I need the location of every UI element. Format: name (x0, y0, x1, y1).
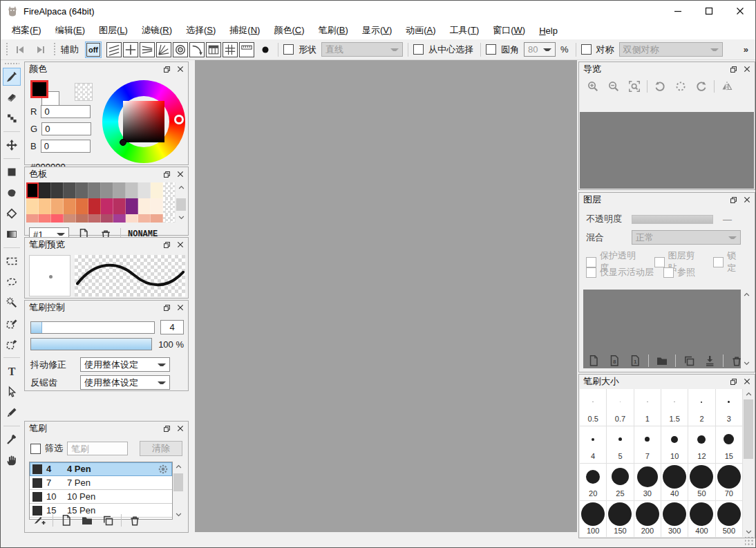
palette-swatch[interactable] (163, 198, 176, 214)
palette-swatch[interactable] (51, 214, 64, 223)
palette-swatch[interactable] (113, 182, 126, 198)
brush-size-cell[interactable]: 10 (661, 426, 688, 463)
antialias-dropdown[interactable]: 使用整体设定 (80, 375, 170, 390)
scroll-down-icon[interactable] (176, 212, 187, 223)
add-brush-button[interactable] (32, 513, 47, 528)
folder-button[interactable] (79, 513, 95, 528)
assist-curve-button[interactable] (189, 42, 205, 57)
toolstrip-grip[interactable] (4, 62, 19, 65)
layer-option[interactable]: 参照 (663, 266, 695, 278)
maximize-button[interactable] (693, 1, 724, 21)
close-panel-icon[interactable] (176, 240, 185, 249)
r-input[interactable] (41, 105, 91, 118)
layer-option[interactable]: 锁定 (713, 249, 745, 274)
new-doc-button[interactable] (586, 353, 601, 368)
correction-dropdown[interactable]: 使用整体设定 (80, 357, 170, 372)
zoom-in-button[interactable] (585, 78, 601, 95)
next-canvas-button[interactable] (32, 41, 50, 58)
window-resize-grip[interactable] (745, 537, 754, 546)
palette-swatch[interactable] (51, 198, 64, 214)
close-panel-icon[interactable] (176, 169, 185, 179)
minimize-button[interactable] (662, 1, 693, 21)
saturation-value-square[interactable] (123, 101, 164, 142)
rotate-left-button[interactable] (652, 78, 668, 95)
gradient-tool[interactable] (3, 225, 21, 243)
float-panel-icon[interactable] (162, 424, 171, 433)
canvas[interactable] (195, 60, 577, 532)
color-wheel[interactable] (102, 80, 185, 163)
menu-item-s[interactable]: 选择(S) (179, 22, 223, 39)
toolbar-grip[interactable] (53, 43, 56, 57)
palette-swatch[interactable] (138, 182, 151, 198)
navigator-preview[interactable] (580, 112, 754, 189)
g-input[interactable] (41, 122, 91, 135)
palette-swatch[interactable] (151, 214, 163, 223)
new-doc-button[interactable] (59, 513, 74, 528)
bucket-tool[interactable] (3, 205, 21, 223)
filter-checkbox[interactable] (30, 444, 41, 454)
move-tool[interactable] (3, 136, 21, 154)
close-button[interactable] (724, 1, 755, 21)
palette-swatch[interactable] (64, 214, 76, 223)
blend-dropdown[interactable]: 正常 (632, 230, 741, 245)
symmetry-type-dropdown[interactable]: 双侧对称 (619, 42, 723, 57)
shape-type-dropdown[interactable]: 直线 (321, 42, 403, 57)
brush-list-scrollbar[interactable] (173, 462, 184, 520)
sv-marker[interactable] (120, 139, 126, 146)
hue-marker[interactable] (174, 115, 184, 124)
brush-opacity-slider[interactable] (30, 338, 152, 350)
palette-swatch[interactable] (39, 182, 51, 198)
opacity-slider[interactable] (632, 215, 713, 224)
eyedropper-tool[interactable] (3, 431, 21, 448)
layer-panel-titlebar[interactable]: 图层 (579, 193, 755, 207)
hand-tool[interactable] (3, 451, 21, 469)
assist-concentric-circles-button[interactable] (173, 42, 188, 57)
rotate-right-button[interactable] (693, 78, 710, 95)
brush-size-cell[interactable]: 50 (688, 464, 715, 500)
brush-size-cell[interactable]: 2 (688, 389, 715, 426)
menu-item-r[interactable]: 滤镜(R) (135, 22, 179, 39)
palette-swatch[interactable] (126, 182, 138, 198)
menu-item-c[interactable]: 颜色(C) (267, 22, 311, 39)
palette-swatch[interactable] (88, 182, 101, 198)
brush-size-slider[interactable] (30, 321, 155, 334)
brush-size-cell[interactable]: 300 (661, 501, 688, 537)
duplicate-button[interactable] (100, 513, 115, 528)
palette-swatch[interactable] (26, 198, 39, 214)
duplicate-button[interactable] (681, 353, 697, 368)
palette-swatch[interactable] (138, 214, 151, 223)
select-lasso-tool[interactable] (3, 273, 21, 291)
menu-item-n[interactable]: 捕捉(N) (223, 22, 267, 39)
prev-canvas-button[interactable] (11, 41, 29, 58)
brush-size-cell[interactable]: 400 (688, 501, 715, 537)
rotate-reset-button[interactable] (672, 78, 689, 95)
merge-down-button[interactable] (702, 353, 717, 368)
eraser-tool[interactable] (3, 88, 21, 106)
brush-list-item[interactable]: 44 Pen (30, 462, 172, 476)
shape-checkbox[interactable] (283, 44, 294, 55)
zoom-fit-button[interactable] (626, 78, 643, 95)
palette-swatch[interactable] (64, 198, 76, 214)
palette-swatch[interactable] (76, 198, 88, 214)
select-rect-tool[interactable] (3, 252, 21, 270)
round-corner-dropdown[interactable]: 80 (524, 42, 556, 57)
checkbox[interactable] (663, 267, 674, 278)
menu-item-w[interactable]: 窗口(W) (486, 22, 532, 39)
palette-swatch[interactable] (88, 198, 101, 214)
checkbox[interactable] (713, 257, 724, 267)
menu-item-h[interactable]: Help (532, 23, 565, 38)
brush-size-cell[interactable]: 5 (607, 426, 633, 463)
pen-tool[interactable] (3, 404, 21, 422)
fill-rect-tool[interactable] (3, 163, 21, 181)
blur-tool[interactable] (3, 184, 21, 202)
brush-settings-gear-icon[interactable] (157, 463, 169, 475)
dither-tool[interactable] (3, 109, 21, 127)
brush-tool[interactable] (3, 68, 21, 86)
foreground-color-swatch[interactable] (30, 80, 48, 98)
float-panel-icon[interactable] (728, 195, 738, 205)
assist-radial-lines-button[interactable] (156, 42, 171, 57)
brush-size-cell[interactable]: 25 (607, 464, 633, 500)
doc-1-button[interactable]: 1 (627, 353, 643, 368)
brush-search-input[interactable] (67, 442, 128, 455)
float-panel-icon[interactable] (162, 169, 171, 179)
